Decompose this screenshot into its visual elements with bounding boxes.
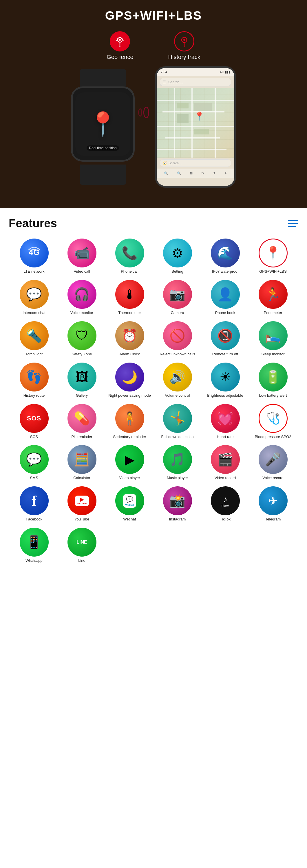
road-h1	[157, 100, 234, 101]
feature-label-video-record: Video record	[215, 476, 236, 480]
svg-point-1	[119, 39, 121, 41]
feature-item-lte: 4G LTE network	[11, 239, 56, 274]
features-title: Features	[9, 217, 57, 230]
calculator-emoji: 🧮	[74, 452, 90, 467]
watch-illustration: 📍 Real time position	[59, 69, 146, 185]
feature-icon-music-player: 🎵	[163, 445, 192, 474]
fb-icon: f	[32, 492, 36, 509]
feature-item-sleep-monitor: 🛌Sleep monitor	[251, 321, 296, 357]
feature-icon-voice-monitor: 🎧	[67, 280, 96, 309]
feature-item-remote-turnoff: 📵Remote turn off	[203, 321, 248, 357]
feature-label-thermometer: Thermometer	[118, 311, 141, 315]
whatsapp-emoji: 📱	[26, 535, 42, 550]
feature-item-pill: 💊Pill reminder	[59, 404, 104, 439]
feature-grid: 4G LTE network📹Video call📞Phone call⚙Set…	[9, 239, 298, 563]
phone-signal: 4G ▮▮▮	[220, 70, 230, 74]
svg-line-3	[122, 40, 124, 41]
feature-item-fall-detection: 🤸Fall down detection	[155, 404, 200, 439]
tiktok-label: TikTok	[221, 504, 229, 507]
svg-point-4	[119, 46, 120, 47]
feature-icon-gps: 📍	[259, 239, 287, 268]
feature-item-night-power: 🌙Night power saving mode	[107, 363, 152, 398]
geo-fence-label: Geo fence	[107, 54, 133, 60]
hamburger-menu-icon[interactable]	[288, 220, 298, 227]
feature-item-pedometer: 🏃Pedometer	[251, 280, 296, 315]
feature-icon-calculator: 🧮	[67, 445, 96, 474]
feature-label-music-player: Music player	[167, 476, 188, 480]
feature-item-reject-calls: 🚫Reject unknown calls	[155, 321, 200, 357]
instagram-emoji: 📸	[169, 493, 185, 508]
search-placeholder: Search....	[168, 80, 183, 84]
brightness-emoji: ☀	[220, 370, 231, 384]
hamburger-line-2	[288, 223, 298, 224]
feature-item-line: LINELine	[59, 528, 104, 563]
feature-icon-line: LINE	[67, 528, 96, 557]
telegram-icon: ✈	[268, 494, 278, 507]
line-text: LINE	[77, 539, 87, 545]
zoom-in-icon: 🔍	[177, 172, 181, 175]
road-v3	[215, 88, 216, 158]
search-placeholder2: Search....	[169, 161, 182, 165]
waterproof-emoji: 🌊	[217, 246, 233, 260]
feature-icon-lte: 4G	[20, 239, 49, 268]
feature-label-setting: Setting	[171, 269, 183, 274]
phone-bottom-bar: 🔍 🔍 ⊞ ↻ ⬆ ⬇	[157, 168, 234, 178]
layers-icon: ⊞	[190, 172, 193, 175]
feature-label-telegram: Telegram	[265, 517, 281, 522]
feature-item-intercom-chat: 💬Intercom chat	[11, 280, 56, 315]
feature-label-video-player: Video player	[119, 476, 140, 480]
watch-pin-icon: 📍	[88, 111, 117, 137]
watch-screen: 📍 Real time position	[75, 92, 130, 156]
feature-icon-wechat: 💬 WeChat	[115, 486, 144, 515]
feature-icon-whatsapp: 📱	[20, 528, 49, 557]
road-v2	[191, 88, 193, 158]
feature-item-blood-pressure: 🩺Blood pressure SPO2	[251, 404, 296, 439]
heart-rate-emoji: 💓	[217, 411, 233, 426]
phone-illustration: 7:54 4G ▮▮▮ ☰ Search....	[155, 66, 248, 188]
feature-label-camera: Camera	[171, 311, 184, 315]
feature-icon-volume-control: 🔊	[163, 363, 192, 392]
feature-label-gps: GPS+WIFI+LBS	[259, 269, 287, 274]
sleep-monitor-emoji: 🛌	[265, 328, 281, 343]
safety-zone-emoji: 🛡	[76, 329, 88, 343]
watch-position-label: Real time position	[87, 146, 119, 151]
feature-icon-pill: 💊	[67, 404, 96, 433]
feature-icon-brightness: ☀	[211, 363, 240, 392]
feature-item-phone-book: 👤Phone book	[203, 280, 248, 315]
feature-label-voice-monitor: Voice monitor	[71, 311, 93, 315]
feature-icon-voice-record: 🎤	[259, 445, 287, 474]
feature-icon-sos: SOS	[20, 404, 49, 433]
feature-item-camera: 📷Camera	[155, 280, 200, 315]
map-pin-phone-icon: 📍	[194, 111, 204, 121]
feature-label-tiktok: TikTok	[220, 517, 230, 522]
feature-label-torch: Torch light	[26, 352, 43, 357]
hamburger-line-1	[288, 220, 298, 221]
feature-label-instagram: Instagram	[169, 517, 186, 522]
intercom-chat-emoji: 💬	[26, 287, 42, 302]
remote-turnoff-emoji: 📵	[217, 328, 233, 343]
feature-item-sedentary: 🧍Sedentary reminder	[107, 404, 152, 439]
feature-label-safety-zone: Safety Zone	[72, 352, 92, 357]
video-call-emoji: 📹	[74, 246, 90, 260]
feature-label-phone-book: Phone book	[215, 311, 235, 315]
feature-item-sms: 💬SMS	[11, 445, 56, 480]
feature-label-video-call: Video call	[74, 269, 90, 274]
feature-label-history-route: History route	[24, 393, 45, 398]
feature-label-brightness: Brightness adjustable	[207, 393, 243, 398]
map-area: 📍	[157, 88, 234, 158]
feature-icon-phone-book: 👤	[211, 280, 240, 309]
feature-label-wechat: Wechat	[123, 517, 136, 522]
pedometer-emoji: 🏃	[265, 287, 281, 302]
map-block1	[177, 103, 189, 108]
history-track-label: History track	[168, 54, 200, 60]
svg-point-6	[183, 39, 185, 41]
feature-label-lte: LTE network	[24, 269, 44, 274]
music-player-emoji: 🎵	[169, 452, 185, 467]
feature-icon-alarm-clock: ⏰	[115, 321, 144, 350]
share-icon: ⬆	[213, 172, 216, 175]
feature-icon-setting: ⚙	[163, 239, 192, 268]
feature-icon-blood-pressure: 🩺	[259, 404, 287, 433]
feature-label-reject-calls: Reject unknown calls	[160, 352, 195, 357]
feature-label-volume-control: Volume control	[165, 393, 190, 398]
feature-label-alarm-clock: Alarm Clock	[119, 352, 140, 357]
